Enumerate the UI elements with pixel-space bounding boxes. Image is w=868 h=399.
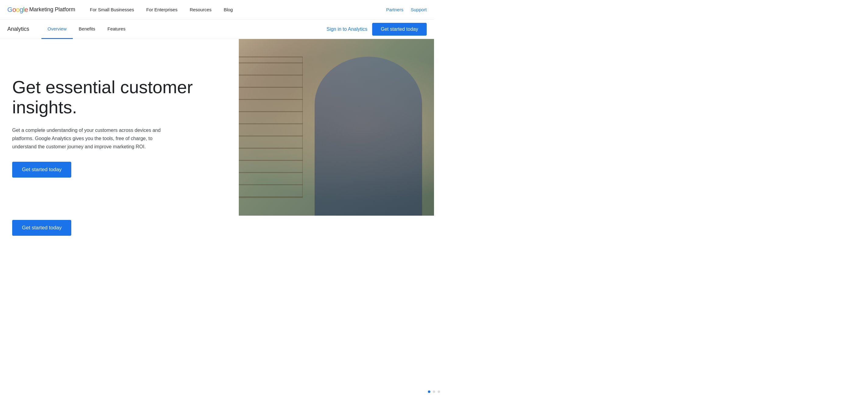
person-figure	[315, 57, 422, 216]
top-nav-right: Partners Support	[386, 7, 427, 12]
sub-nav-links: Overview Benefits Features	[41, 20, 327, 39]
sign-in-link[interactable]: Sign in to Analytics	[327, 27, 367, 32]
get-started-button-hero[interactable]: Get started today	[12, 162, 71, 178]
nav-link-blog[interactable]: Blog	[219, 5, 238, 14]
product-title: Analytics	[7, 26, 29, 32]
hero-description: Get a complete understanding of your cus…	[12, 126, 170, 151]
get-started-button-header[interactable]: Get started today	[372, 23, 427, 36]
partners-link[interactable]: Partners	[386, 7, 404, 12]
hero-section: Get essential customer insights. Get a c…	[0, 39, 434, 216]
sub-nav-benefits[interactable]: Benefits	[73, 20, 101, 39]
sub-nav-overview[interactable]: Overview	[41, 20, 73, 39]
top-nav-links: For Small Businesses For Enterprises Res…	[85, 5, 386, 14]
sub-nav-right: Sign in to Analytics Get started today	[327, 23, 427, 36]
platform-name: Marketing Platform	[29, 6, 75, 13]
sub-navigation: Analytics Overview Benefits Features Sig…	[0, 20, 434, 39]
get-started-button-bottom[interactable]: Get started today	[12, 220, 71, 236]
hero-content: Get essential customer insights. Get a c…	[0, 39, 239, 216]
hero-headline: Get essential customer insights.	[12, 77, 226, 118]
logo-letter-o1: o	[12, 6, 16, 14]
logo-letter-g: G	[7, 6, 12, 14]
top-navigation: G o o g l e Marketing Platform For Small…	[0, 0, 434, 20]
bottom-section: Get started today	[0, 216, 434, 240]
logo-letter-e: e	[24, 6, 28, 14]
google-logo: G o o g l e	[7, 6, 28, 14]
logo-letter-g2: g	[20, 6, 23, 14]
logo-letter-o2: o	[16, 6, 20, 14]
nav-link-small-business[interactable]: For Small Businesses	[85, 5, 139, 14]
support-link[interactable]: Support	[410, 7, 427, 12]
sub-nav-features[interactable]: Features	[101, 20, 131, 39]
nav-link-resources[interactable]: Resources	[185, 5, 217, 14]
logo-area: G o o g l e Marketing Platform	[7, 6, 75, 14]
nav-link-enterprises[interactable]: For Enterprises	[141, 5, 182, 14]
